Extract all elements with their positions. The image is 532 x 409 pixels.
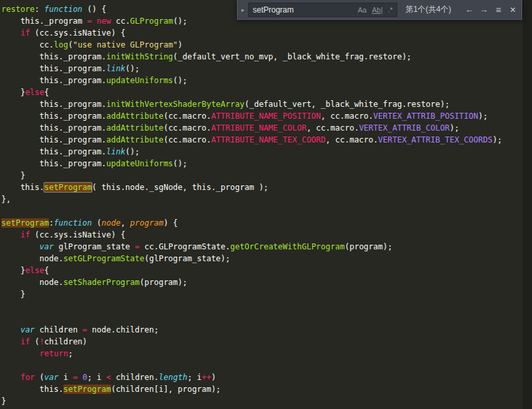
code-line: this._program.initWithVertexShaderByteAr… [1, 98, 523, 110]
code-line: if (cc.sys.isNative) { [1, 27, 523, 39]
whole-word-button[interactable]: Ab| [369, 3, 385, 16]
code-line [1, 300, 523, 312]
code-line: this._program.link(); [1, 63, 523, 75]
code-line: this._program.updateUniforms(); [1, 75, 523, 86]
find-in-selection-button[interactable]: ≡ [491, 0, 506, 20]
code-line: } [1, 170, 523, 181]
code-line: } [1, 288, 523, 300]
match-count: 第1个(共4个) [405, 4, 462, 15]
code-line: }else{ [1, 86, 523, 98]
code-line: this._program.addAttribute(cc.macro.ATTR… [1, 134, 523, 146]
code-line [1, 205, 523, 217]
toggle-replace-button[interactable]: ▸ [238, 0, 248, 19]
code-line: if (!children) [1, 336, 523, 348]
code-line: this._program.updateUniforms(); [1, 158, 523, 170]
code-line: if (cc.sys.isNative) { [1, 229, 523, 241]
find-input[interactable] [253, 5, 355, 15]
scrollbar-track[interactable] [523, 0, 532, 409]
code-line [1, 360, 523, 371]
code-line: return; [1, 348, 523, 360]
code-line: var children = node.children; [1, 324, 523, 336]
search-match-current: setProgram [44, 183, 92, 192]
code-line: node.setGLProgramState(glProgram_state); [1, 253, 523, 265]
code-line: this._program.addAttribute(cc.macro.ATTR… [1, 122, 523, 134]
search-match: setProgram [63, 385, 111, 394]
code-line: cc.log("use native GLProgram") [1, 39, 523, 51]
code-line: this._program.addAttribute(cc.macro.ATTR… [1, 110, 523, 122]
code-line: this._program.initWithString(_default_ve… [1, 51, 523, 63]
code-line: this._program.link(); [1, 146, 523, 158]
match-case-button[interactable]: Aa [355, 3, 369, 16]
code-line: for (var i = 0; i < children.length; i++… [1, 371, 523, 383]
code-line: }, [1, 193, 523, 205]
previous-match-button[interactable]: ← [462, 0, 477, 20]
find-input-wrap: Aa Ab| .* [248, 3, 397, 17]
regex-button[interactable]: .* [385, 3, 395, 16]
code-line: } [1, 395, 523, 407]
code-line: }else{ [1, 265, 523, 276]
code-line [1, 312, 523, 324]
code-line: node.setShaderProgram(program); [1, 276, 523, 288]
search-match: setProgram [1, 218, 49, 228]
code-line: setProgram:function (node, program) { [1, 217, 523, 229]
code-line: this.setProgram( this.node._sgNode, this… [1, 181, 523, 193]
code-area[interactable]: restore: function () { this._program = n… [0, 0, 523, 409]
close-find-button[interactable]: ✕ [506, 0, 520, 20]
chevron-right-icon: ▸ [242, 7, 245, 13]
code-line: this.setProgram(children[i], program); [1, 383, 523, 395]
code-line: var glProgram_state = cc.GLProgramState.… [1, 241, 523, 253]
find-widget: ▸ Aa Ab| .* 第1个(共4个) ← → ≡ ✕ [237, 0, 522, 20]
next-match-button[interactable]: → [477, 0, 491, 20]
